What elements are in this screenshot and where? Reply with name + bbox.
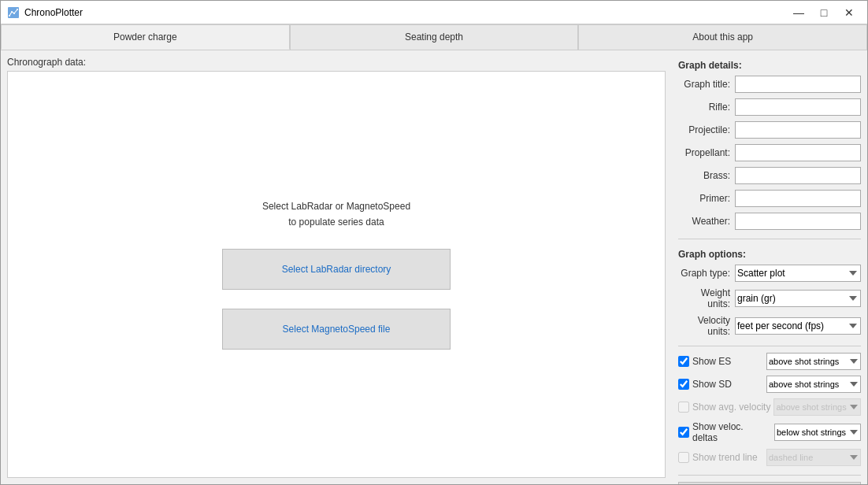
weather-input[interactable] bbox=[735, 213, 861, 230]
show-veloc-deltas-checkbox[interactable] bbox=[678, 427, 689, 438]
projectile-row: Projectile: bbox=[678, 121, 861, 139]
left-panel: Chronograph data: Select LabRadar or Mag… bbox=[1, 50, 672, 484]
show-sd-label: Show SD bbox=[692, 379, 763, 390]
show-veloc-deltas-label: Show veloc. deltas bbox=[692, 421, 771, 443]
divider-3 bbox=[678, 475, 861, 476]
svg-point-6 bbox=[13, 13, 15, 14]
show-es-label: Show ES bbox=[692, 356, 763, 367]
chrono-label: Chronograph data: bbox=[7, 57, 666, 68]
svg-point-5 bbox=[11, 11, 13, 13]
divider-1 bbox=[678, 239, 861, 239]
velocity-units-select[interactable]: feet per second (fps) meters per second … bbox=[735, 317, 861, 335]
show-es-row: Show ES above shot strings below shot st… bbox=[678, 353, 861, 370]
velocity-units-label: Velocity units: bbox=[678, 315, 735, 337]
show-avg-velocity-select[interactable]: above shot strings below shot strings bbox=[773, 398, 861, 416]
graph-options-label: Graph options: bbox=[678, 249, 861, 260]
tab-bar: Powder charge Seating depth About this a… bbox=[1, 24, 867, 50]
tab-powder-charge[interactable]: Powder charge bbox=[1, 24, 290, 50]
graph-type-label: Graph type: bbox=[678, 268, 735, 279]
projectile-input[interactable] bbox=[735, 121, 861, 139]
show-veloc-deltas-row: Show veloc. deltas below shot strings ab… bbox=[678, 421, 861, 443]
primer-input[interactable] bbox=[735, 190, 861, 207]
close-button[interactable]: ✕ bbox=[837, 3, 861, 22]
graph-type-select[interactable]: Scatter plot Bar chart Line chart bbox=[735, 265, 861, 282]
select-magnetospeed-button[interactable]: Select MagnetoSpeed file bbox=[222, 309, 451, 350]
rifle-label: Rifle: bbox=[678, 102, 735, 113]
brass-row: Brass: bbox=[678, 167, 861, 184]
app-icon bbox=[7, 6, 20, 19]
right-panel: Graph details: Graph title: Rifle: Proje… bbox=[672, 50, 867, 484]
minimize-button[interactable]: — bbox=[787, 3, 811, 22]
graph-type-row: Graph type: Scatter plot Bar chart Line … bbox=[678, 265, 861, 282]
weight-units-row: Weight units: grain (gr) gram (g) bbox=[678, 287, 861, 309]
show-trend-line-label: Show trend line bbox=[692, 452, 763, 463]
show-graph-button[interactable]: Show graph bbox=[678, 482, 861, 484]
select-labrador-button[interactable]: Select LabRadar directory bbox=[222, 249, 451, 290]
graph-title-row: Graph title: bbox=[678, 76, 861, 93]
graph-title-input[interactable] bbox=[735, 76, 861, 93]
primer-row: Primer: bbox=[678, 190, 861, 207]
svg-point-7 bbox=[17, 9, 18, 10]
graph-details-label: Graph details: bbox=[678, 60, 861, 71]
maximize-button[interactable]: □ bbox=[812, 3, 836, 22]
velocity-units-row: Velocity units: feet per second (fps) me… bbox=[678, 315, 861, 337]
chrono-area: Select LabRadar or MagnetoSpeed to popul… bbox=[7, 71, 666, 478]
show-es-checkbox[interactable] bbox=[678, 356, 689, 367]
projectile-label: Projectile: bbox=[678, 124, 735, 135]
window-controls: — □ ✕ bbox=[787, 3, 861, 22]
show-sd-checkbox[interactable] bbox=[678, 379, 689, 390]
main-window: ChronoPlotter — □ ✕ Powder charge Seatin… bbox=[0, 0, 868, 485]
show-sd-select[interactable]: above shot strings below shot strings bbox=[766, 376, 861, 393]
show-avg-velocity-row: Show avg. velocity above shot strings be… bbox=[678, 398, 861, 416]
show-veloc-deltas-select[interactable]: below shot strings above shot strings bbox=[774, 424, 861, 441]
show-trend-line-select[interactable]: dashed line solid line bbox=[766, 449, 861, 466]
tab-about[interactable]: About this app bbox=[578, 24, 867, 50]
title-bar: ChronoPlotter — □ ✕ bbox=[1, 1, 867, 24]
propellant-input[interactable] bbox=[735, 144, 861, 161]
show-trend-line-row: Show trend line dashed line solid line bbox=[678, 449, 861, 466]
propellant-label: Propellant: bbox=[678, 147, 735, 158]
weight-units-label: Weight units: bbox=[678, 287, 735, 309]
divider-2 bbox=[678, 346, 861, 346]
show-trend-line-checkbox[interactable] bbox=[678, 452, 689, 463]
tab-seating-depth[interactable]: Seating depth bbox=[290, 24, 579, 50]
show-sd-row: Show SD above shot strings below shot st… bbox=[678, 376, 861, 393]
weather-row: Weather: bbox=[678, 213, 861, 230]
rifle-input[interactable] bbox=[735, 98, 861, 116]
brass-input[interactable] bbox=[735, 167, 861, 184]
main-content: Chronograph data: Select LabRadar or Mag… bbox=[1, 50, 867, 484]
graph-title-label: Graph title: bbox=[678, 79, 735, 90]
weather-label: Weather: bbox=[678, 216, 735, 227]
rifle-row: Rifle: bbox=[678, 98, 861, 116]
brass-label: Brass: bbox=[678, 170, 735, 181]
chrono-message: Select LabRadar or MagnetoSpeed to popul… bbox=[262, 199, 410, 229]
show-avg-velocity-checkbox[interactable] bbox=[678, 402, 689, 413]
primer-label: Primer: bbox=[678, 193, 735, 204]
show-es-select[interactable]: above shot strings below shot strings bbox=[766, 353, 861, 370]
app-title: ChronoPlotter bbox=[24, 7, 787, 18]
weight-units-select[interactable]: grain (gr) gram (g) bbox=[735, 290, 861, 307]
svg-point-4 bbox=[9, 15, 10, 17]
show-avg-velocity-label: Show avg. velocity bbox=[692, 402, 770, 413]
propellant-row: Propellant: bbox=[678, 144, 861, 161]
